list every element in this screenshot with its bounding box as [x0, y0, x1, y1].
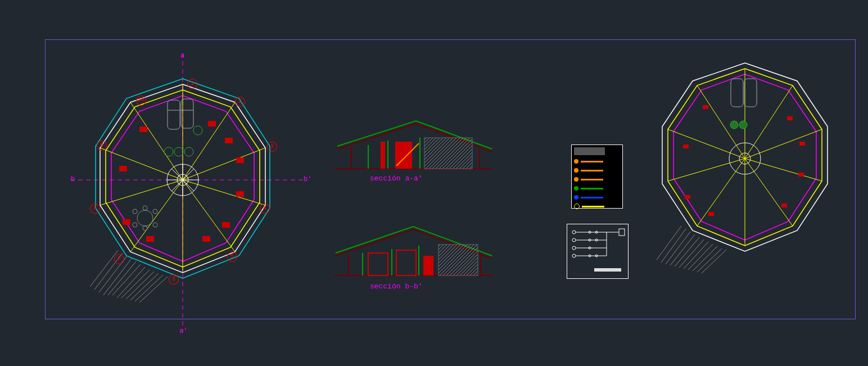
- svg-line-12: [130, 180, 183, 252]
- svg-rect-97: [744, 79, 757, 107]
- svg-rect-103: [781, 204, 787, 207]
- svg-rect-137: [594, 268, 621, 272]
- svg-rect-38: [139, 126, 147, 132]
- svg-rect-102: [798, 173, 804, 177]
- svg-line-8: [183, 148, 265, 180]
- svg-line-9: [183, 180, 265, 205]
- svg-rect-107: [703, 105, 708, 109]
- svg-rect-31: [236, 157, 244, 163]
- axis-a: a: [180, 52, 184, 60]
- svg-point-99: [739, 121, 747, 129]
- svg-rect-62: [381, 142, 385, 169]
- svg-line-58: [139, 277, 168, 302]
- plan-num-9: 9: [97, 141, 107, 151]
- plan-num-3: 3: [267, 142, 277, 152]
- svg-line-56: [130, 273, 159, 300]
- svg-line-116: [693, 246, 717, 271]
- svg-point-26: [193, 126, 202, 135]
- svg-line-87: [745, 85, 793, 159]
- svg-line-14: [100, 148, 183, 180]
- svg-rect-35: [146, 236, 154, 242]
- svg-rect-106: [683, 144, 689, 148]
- axis-b2: b': [304, 175, 311, 183]
- svg-point-119: [572, 231, 576, 234]
- svg-point-45: [143, 206, 147, 210]
- section-a-label: sección a-a': [370, 174, 423, 183]
- wiring-legend: [567, 224, 629, 279]
- svg-point-43: [133, 223, 137, 227]
- svg-rect-33: [222, 222, 230, 228]
- axis-b: b: [71, 175, 75, 183]
- svg-rect-22: [168, 100, 180, 129]
- svg-rect-30: [225, 138, 233, 143]
- svg-line-90: [745, 159, 793, 226]
- svg-rect-129: [619, 229, 625, 236]
- svg-rect-104: [708, 212, 714, 216]
- svg-rect-37: [119, 166, 127, 171]
- plan-num-7: 7: [114, 254, 124, 264]
- section-b-label: sección b-b': [370, 282, 423, 291]
- svg-point-41: [133, 209, 137, 214]
- svg-line-89: [745, 159, 822, 181]
- svg-rect-100: [787, 116, 793, 120]
- svg-rect-96: [731, 79, 743, 107]
- svg-line-94: [668, 129, 745, 159]
- plan-num-2: 2: [235, 97, 245, 107]
- svg-rect-32: [236, 191, 244, 197]
- svg-line-15: [130, 102, 183, 180]
- svg-point-28: [174, 147, 183, 156]
- svg-rect-34: [202, 236, 210, 242]
- svg-line-93: [668, 159, 745, 181]
- svg-point-27: [164, 147, 173, 156]
- svg-rect-101: [799, 142, 805, 146]
- svg-rect-65: [424, 138, 472, 169]
- svg-point-44: [153, 223, 157, 227]
- plan-num-8: 8: [90, 204, 100, 214]
- svg-line-13: [100, 180, 183, 205]
- svg-point-46: [143, 226, 147, 231]
- svg-rect-72: [368, 253, 388, 275]
- plan-num-1: 1: [187, 79, 197, 89]
- plan-num-4: 4: [260, 204, 270, 214]
- svg-point-121: [572, 238, 576, 242]
- drawing-svg: [0, 0, 868, 366]
- svg-rect-105: [685, 195, 690, 199]
- svg-line-92: [697, 159, 745, 226]
- svg-line-95: [697, 85, 745, 159]
- plan-num-5: 5: [227, 252, 237, 262]
- svg-point-98: [730, 121, 738, 129]
- plan-num-10: 10: [136, 96, 146, 106]
- svg-point-42: [153, 209, 157, 214]
- svg-line-108: [657, 226, 681, 260]
- svg-point-125: [572, 254, 576, 257]
- color-legend: [571, 144, 623, 209]
- svg-rect-75: [438, 245, 478, 275]
- axis-a2: a': [179, 327, 187, 335]
- plan-num-6: 6: [169, 274, 179, 284]
- svg-point-123: [572, 246, 576, 250]
- svg-rect-39: [208, 121, 216, 126]
- svg-rect-73: [396, 250, 416, 275]
- svg-line-118: [702, 250, 726, 273]
- svg-line-117: [697, 248, 722, 272]
- svg-line-57: [135, 275, 163, 301]
- svg-line-88: [745, 129, 822, 159]
- cad-canvas[interactable]: a a' b b' sección a-a' sección b-b' 1 2 …: [0, 0, 868, 366]
- svg-point-79: [427, 260, 431, 263]
- svg-point-40: [137, 210, 153, 226]
- svg-point-29: [184, 147, 193, 156]
- svg-rect-36: [123, 219, 130, 225]
